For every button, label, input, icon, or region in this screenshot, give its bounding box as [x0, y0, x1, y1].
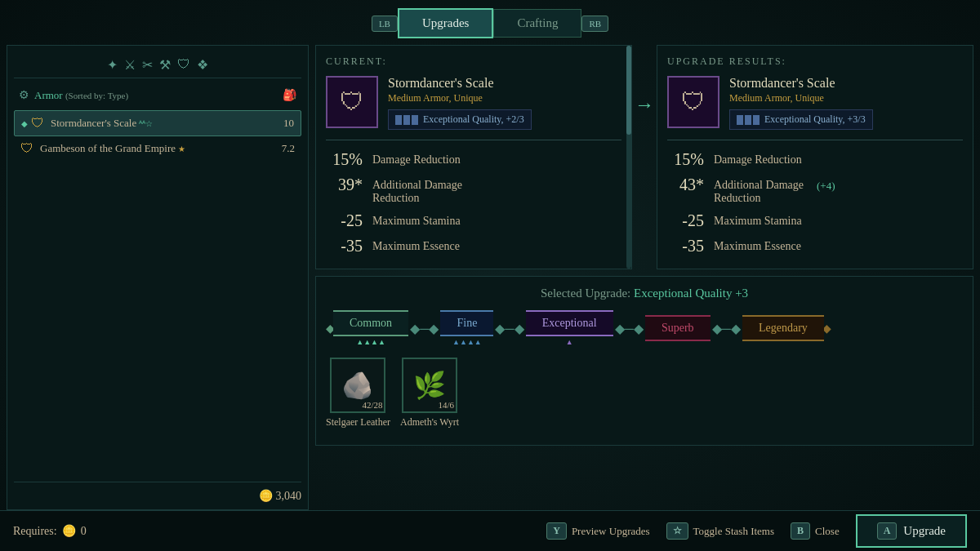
toggle-stash-action: ☆ Toggle Stash Items: [666, 522, 774, 540]
preview-upgrades-action: Y Preview Upgrades: [546, 522, 649, 540]
dots-icon[interactable]: ❖: [197, 57, 208, 73]
stash-label: Toggle Stash Items: [693, 525, 774, 538]
stat-row: 39* Additional DamageReduction: [326, 172, 621, 208]
stat-label: Damage Reduction: [714, 150, 802, 167]
track-fine-stars: ▲▲▲▲: [452, 338, 482, 346]
track-node-fine[interactable]: Fine ▲▲▲▲: [440, 310, 493, 346]
quality-bars: [395, 115, 418, 125]
upgrade-result-panel: UPGRADE RESULTS: 🛡 Stormdancer's Scale M…: [657, 45, 973, 269]
upgrade-item-header: 🛡 Stormdancer's Scale Medium Armor, Uniq…: [667, 76, 963, 130]
stat-value: 15%: [326, 150, 363, 169]
item-icon-2: 🛡: [20, 141, 33, 156]
stat-label: Additional DamageReduction: [372, 176, 462, 205]
stat-value: -35: [667, 237, 704, 256]
upgrade-quality-bar-1: [737, 115, 743, 125]
sword-icon[interactable]: ✂: [142, 57, 153, 73]
bottom-actions: Y Preview Upgrades ☆ Toggle Stash Items …: [546, 514, 967, 548]
track-node-exceptional[interactable]: Exceptional ▲: [526, 310, 613, 346]
item-row[interactable]: ◆ 🛡 Stormdancer's Scale ᴬᴬ☆ 10: [14, 110, 301, 136]
item-name-1: Stormdancer's Scale ᴬᴬ☆: [51, 117, 283, 130]
upgrade-quality-bar-3: [753, 115, 760, 125]
anvil-icon[interactable]: ⚒: [159, 57, 171, 73]
armor-category: Armor (Sorted by: Type): [34, 89, 128, 102]
gold-amount: 3,040: [276, 490, 302, 503]
track-exceptional-stars: ▲: [566, 338, 573, 346]
stash-key[interactable]: ☆: [666, 522, 688, 540]
stat-label: Maximum Essence: [372, 237, 460, 253]
stat-label: Damage Reduction: [372, 150, 461, 167]
stat-label: Additional DamageReduction: [714, 176, 804, 205]
track-exceptional-label[interactable]: Exceptional: [526, 310, 613, 336]
current-item-header: 🛡 Stormdancer's Scale Medium Armor, Uniq…: [326, 76, 621, 130]
upgrade-button[interactable]: A Upgrade: [856, 514, 967, 548]
stat-label: Maximum Essence: [714, 237, 801, 253]
track-connector: ◆─◆: [710, 321, 742, 336]
upgrade-header-name: Exceptional Quality +3: [634, 287, 748, 300]
material-count-2: 14/6: [439, 400, 455, 410]
upgrade-item-details: Stormdancer's Scale Medium Armor, Unique…: [729, 76, 963, 130]
stat-row: 15% Damage Reduction: [326, 147, 621, 172]
stat-row: 43* Additional DamageReduction (+4): [667, 172, 963, 208]
material-icon-box-2: 🌿 14/6: [402, 358, 457, 413]
track-superb-label[interactable]: Superb: [645, 315, 710, 341]
stat-row: -25 Maximum Stamina: [326, 208, 621, 233]
stat-row: 15% Damage Reduction: [667, 147, 963, 172]
tab-crafting[interactable]: Crafting: [493, 9, 581, 38]
stat-value: 43*: [667, 176, 704, 194]
materials-row: 🪨 42/28 Stelgaer Leather 🌿 14/6 Admeth's…: [326, 358, 963, 429]
shield-icon[interactable]: 🛡: [177, 57, 190, 73]
item-value-1: 10: [283, 117, 294, 130]
armor-header: ⚙ Armor (Sorted by: Type) 🎒: [14, 85, 301, 105]
current-item-type: Medium Armor, Unique: [388, 92, 621, 104]
helmet-icon[interactable]: ⚔: [124, 57, 136, 73]
material-item-2: 🌿 14/6 Admeth's Wyrt: [400, 358, 459, 429]
stat-value: 39*: [326, 176, 363, 194]
track-node-legendary[interactable]: Legendary: [742, 315, 824, 341]
material-item-1: 🪨 42/28 Stelgaer Leather: [326, 358, 390, 429]
material-icon-box-1: 🪨 42/28: [330, 358, 385, 413]
crosshair-icon[interactable]: ✦: [107, 57, 118, 73]
track-connector: ◆─◆: [493, 321, 525, 336]
quality-bar-2: [403, 115, 410, 125]
close-key[interactable]: B: [791, 522, 810, 540]
main-container: LB Upgrades Crafting RB ✦ ⚔ ✂ ⚒ 🛡 ❖ ⚙ Ar…: [0, 0, 980, 551]
material-count-1: 42/28: [362, 400, 382, 410]
item-value-2: 7.2: [282, 142, 295, 155]
track-common-stars: ▲▲▲▲: [356, 338, 385, 346]
track-node-common[interactable]: Common ▲▲▲▲: [333, 310, 408, 346]
close-label: Close: [815, 525, 840, 538]
tab-upgrades[interactable]: Upgrades: [398, 8, 493, 38]
upgrade-item-icon: 🛡: [667, 76, 719, 128]
selected-diamond-icon: ◆: [21, 119, 28, 128]
upgrade-item-name: Stormdancer's Scale: [729, 76, 963, 91]
quality-bar-3: [412, 115, 418, 125]
current-item-icon: 🛡: [326, 76, 378, 128]
preview-key[interactable]: Y: [546, 522, 567, 540]
lb-button[interactable]: LB: [372, 16, 398, 32]
item-row[interactable]: 🛡 Gambeson of the Grand Empire ★ 7.2: [14, 136, 301, 161]
stat-value: 15%: [667, 150, 704, 169]
bag-icon: 🎒: [283, 88, 296, 102]
item-name-2: Gambeson of the Grand Empire ★: [40, 142, 282, 155]
upgrade-quality-bar-2: [745, 115, 751, 125]
upgrade-track: ◆ Common ▲▲▲▲ ◆─◆ Fine ▲▲▲▲ ◆─◆ Exceptio…: [326, 310, 963, 346]
scroll-bar[interactable]: [626, 46, 631, 269]
requires-row: Requires: 🪙 0: [13, 524, 87, 538]
rb-button[interactable]: RB: [581, 16, 608, 32]
item-icon-1: 🛡: [31, 116, 44, 131]
track-node-superb[interactable]: Superb: [645, 315, 710, 341]
stat-row: -35 Maximum Essence: [667, 233, 963, 259]
stat-bonus: (+4): [817, 176, 835, 193]
material-name-1: Stelgaer Leather: [326, 416, 390, 429]
current-item-quality: Exceptional Quality, +2/3: [388, 109, 532, 130]
track-common-label[interactable]: Common: [333, 310, 408, 336]
track-connector: ◆─◆: [613, 321, 645, 336]
requires-value: 0: [81, 525, 87, 538]
bottom-bar: Requires: 🪙 0 Y Preview Upgrades ☆ Toggl…: [0, 510, 980, 551]
track-legendary-label[interactable]: Legendary: [742, 315, 824, 341]
track-fine-label[interactable]: Fine: [440, 310, 493, 336]
upgrade-key: A: [877, 522, 898, 540]
upgrade-item-quality: Exceptional Quality, +3/3: [729, 109, 873, 130]
main-panel: CURRENT: 🛡 Stormdancer's Scale Medium Ar…: [315, 45, 973, 510]
top-nav: LB Upgrades Crafting RB: [0, 0, 980, 45]
